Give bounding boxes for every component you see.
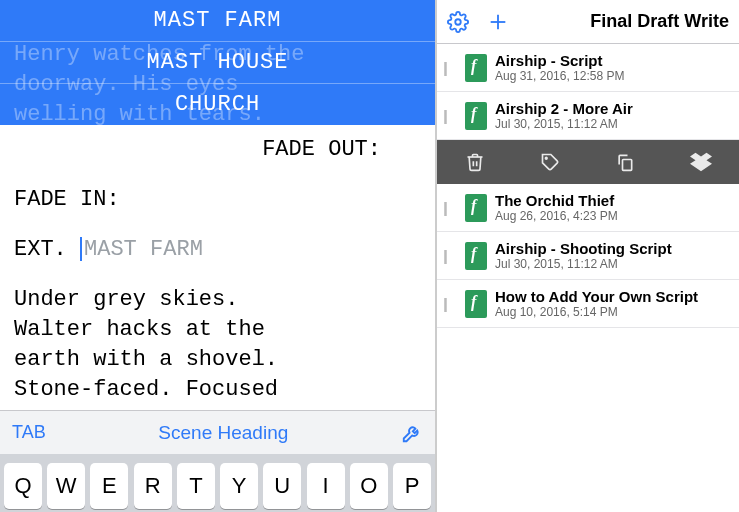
script-editor-pane: Henry watches from the doorway. His eyes… (0, 0, 436, 512)
key-p[interactable]: P (393, 463, 431, 509)
svg-point-3 (545, 157, 547, 159)
document-icon (465, 102, 487, 130)
tag-icon[interactable] (540, 152, 560, 172)
tab-button[interactable]: TAB (12, 422, 46, 443)
key-y[interactable]: Y (220, 463, 258, 509)
file-date: Aug 26, 2016, 4:23 PM (495, 209, 729, 223)
file-row[interactable]: ||| Airship 2 - More Air Jul 30, 2015, 1… (437, 92, 739, 140)
app-title: Final Draft Write (527, 11, 729, 32)
document-icon (465, 194, 487, 222)
file-meta: How to Add Your Own Script Aug 10, 2016,… (495, 288, 729, 319)
key-u[interactable]: U (263, 463, 301, 509)
file-row[interactable]: ||| Airship - Script Aug 31, 2016, 12:58… (437, 44, 739, 92)
drag-handle-icon[interactable]: ||| (443, 296, 457, 312)
dropbox-icon[interactable] (690, 151, 712, 173)
suggestion-item[interactable]: MAST FARM (0, 0, 435, 42)
swipe-actions (437, 140, 739, 184)
transition-fade-out: FADE OUT: (14, 135, 421, 165)
document-icon (465, 290, 487, 318)
trash-icon[interactable] (465, 152, 485, 172)
key-o[interactable]: O (350, 463, 388, 509)
file-list-header: Final Draft Write (437, 0, 739, 44)
file-meta: Airship - Script Aug 31, 2016, 12:58 PM (495, 52, 729, 83)
key-r[interactable]: R (134, 463, 172, 509)
format-bar: TAB Scene Heading (0, 410, 435, 454)
suggestion-item[interactable]: CHURCH (0, 84, 435, 125)
svg-point-0 (455, 19, 461, 25)
document-icon (465, 242, 487, 270)
scene-prefix: EXT. (14, 237, 80, 262)
file-name: Airship 2 - More Air (495, 100, 729, 117)
transition-fade-in: FADE IN: (14, 185, 421, 215)
tools-icon[interactable] (401, 422, 423, 444)
key-e[interactable]: E (90, 463, 128, 509)
file-row[interactable]: ||| The Orchid Thief Aug 26, 2016, 4:23 … (437, 184, 739, 232)
file-name: Airship - Shooting Script (495, 240, 729, 257)
file-meta: The Orchid Thief Aug 26, 2016, 4:23 PM (495, 192, 729, 223)
document-icon (465, 54, 487, 82)
key-i[interactable]: I (307, 463, 345, 509)
script-editor[interactable]: FADE OUT: FADE IN: EXT. MAST FARM Under … (0, 125, 435, 410)
add-icon[interactable] (487, 11, 509, 33)
file-name: The Orchid Thief (495, 192, 729, 209)
drag-handle-icon[interactable]: ||| (443, 60, 457, 76)
keyboard-row: Q W E R T Y U I O P (0, 454, 435, 512)
scene-heading-line: EXT. MAST FARM (14, 235, 421, 265)
file-date: Jul 30, 2015, 11:12 AM (495, 257, 729, 271)
drag-handle-icon[interactable]: ||| (443, 108, 457, 124)
drag-handle-icon[interactable]: ||| (443, 200, 457, 216)
drag-handle-icon[interactable]: ||| (443, 248, 457, 264)
svg-rect-4 (622, 160, 631, 171)
element-type-button[interactable]: Scene Heading (46, 422, 401, 444)
file-date: Aug 10, 2016, 5:14 PM (495, 305, 729, 319)
key-q[interactable]: Q (4, 463, 42, 509)
file-meta: Airship - Shooting Script Jul 30, 2015, … (495, 240, 729, 271)
suggestion-item[interactable]: MAST HOUSE (0, 42, 435, 84)
file-name: How to Add Your Own Script (495, 288, 729, 305)
file-date: Jul 30, 2015, 11:12 AM (495, 117, 729, 131)
text-cursor (80, 237, 82, 261)
file-list: ||| Airship - Script Aug 31, 2016, 12:58… (437, 44, 739, 512)
file-meta: Airship 2 - More Air Jul 30, 2015, 11:12… (495, 100, 729, 131)
file-row[interactable]: ||| How to Add Your Own Script Aug 10, 2… (437, 280, 739, 328)
scene-hint: MAST FARM (84, 237, 203, 262)
key-w[interactable]: W (47, 463, 85, 509)
file-list-pane: Final Draft Write ||| Airship - Script A… (436, 0, 739, 512)
action-text: Under grey skies. Walter hacks at the ea… (14, 285, 421, 405)
file-name: Airship - Script (495, 52, 729, 69)
autocomplete-bar: Henry watches from the doorway. His eyes… (0, 0, 435, 125)
file-date: Aug 31, 2016, 12:58 PM (495, 69, 729, 83)
key-t[interactable]: T (177, 463, 215, 509)
file-row[interactable]: ||| Airship - Shooting Script Jul 30, 20… (437, 232, 739, 280)
copy-icon[interactable] (615, 152, 635, 172)
settings-icon[interactable] (447, 11, 469, 33)
